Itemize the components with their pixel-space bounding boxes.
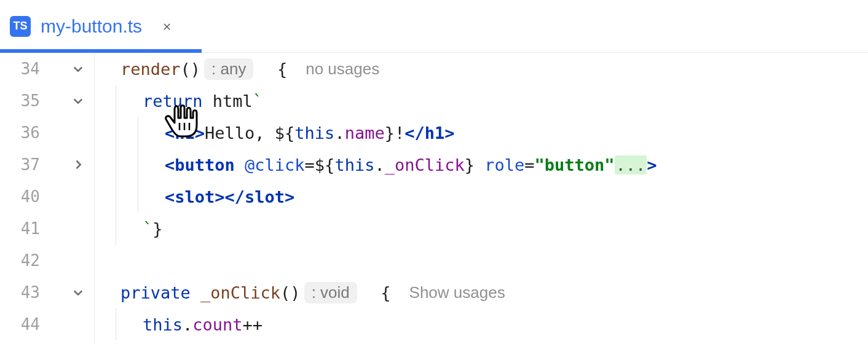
code-line[interactable]: <h1>Hello, ${this.name}!</h1> [95, 117, 868, 149]
code-line[interactable]: `} [95, 213, 868, 244]
indent-guide [138, 149, 138, 181]
keyword: this [294, 123, 334, 143]
code-token: = [524, 155, 534, 174]
line-number: 43 [15, 283, 40, 302]
line-number: 37 [15, 155, 40, 174]
close-icon[interactable]: ✕ [163, 18, 171, 34]
code-token: } [465, 155, 475, 174]
code-token: { [277, 60, 287, 79]
folded-code-icon[interactable]: ... [615, 155, 647, 174]
tab-filename: my-button.ts [41, 16, 142, 37]
file-tab[interactable]: TS my-button.ts ✕ [0, 0, 188, 52]
property: count [192, 315, 242, 334]
html-tag: <h1> [165, 123, 205, 143]
keyword: return [143, 92, 203, 111]
code-token: ++ [243, 315, 263, 334]
code-line[interactable]: return html` [95, 85, 868, 117]
line-number: 36 [15, 123, 40, 142]
indent-guide [116, 308, 116, 340]
indent-guide [116, 85, 116, 117]
chevron-down-icon[interactable] [71, 286, 85, 299]
indent-guide [116, 149, 116, 181]
code-line[interactable]: render() : any { no usages [95, 53, 868, 85]
html-attr: @click [235, 155, 305, 174]
line-number: 41 [15, 219, 40, 238]
code-token: ` [143, 219, 152, 238]
code-token: ` [253, 92, 262, 111]
return-type-hint[interactable]: : any [204, 58, 253, 80]
chevron-right-icon[interactable] [71, 158, 85, 171]
code-token: = [305, 155, 315, 174]
html-tag: </h1> [404, 123, 454, 143]
indent-guide [116, 117, 116, 149]
property: name [345, 123, 385, 143]
code-token: } [385, 123, 395, 143]
code-token: ! [395, 123, 404, 143]
html-tag: > [647, 155, 657, 174]
gutter: 34 35 36 37 40 41 [0, 53, 95, 344]
code-token: html [203, 92, 253, 111]
code-token [361, 283, 381, 302]
code-token: Hello, [205, 123, 275, 143]
code-token [257, 60, 277, 79]
typescript-icon: TS [10, 16, 31, 37]
code-token: . [183, 315, 192, 334]
property: _onClick [385, 155, 465, 174]
line-number: 34 [15, 60, 40, 78]
html-tag: <button [165, 155, 235, 174]
line-number: 44 [15, 315, 40, 334]
chevron-down-icon[interactable] [71, 95, 85, 107]
tab-bar: TS my-button.ts ✕ [0, 0, 868, 53]
keyword: private [120, 283, 191, 302]
return-type-hint[interactable]: : void [304, 282, 357, 303]
method-name: render [120, 60, 181, 79]
code-token: . [374, 155, 384, 174]
code-token: ${ [275, 123, 295, 143]
method-name: _onClick [200, 283, 280, 302]
code-area[interactable]: render() : any { no usages return html` … [95, 53, 868, 344]
code-token: { [381, 283, 390, 302]
code-token: . [334, 123, 344, 143]
keyword: this [143, 315, 183, 334]
line-number: 35 [15, 92, 40, 110]
indent-guide [138, 181, 138, 213]
code-token: () [181, 60, 201, 79]
line-number: 40 [15, 187, 40, 206]
code-token [191, 283, 200, 302]
code-line[interactable] [95, 244, 868, 276]
usages-hint[interactable]: Show usages [409, 283, 505, 302]
code-line[interactable]: <button @click=${this._onClick} role="bu… [95, 149, 868, 181]
code-line[interactable]: private _onClick() : void { Show usages [95, 276, 868, 308]
keyword: this [334, 155, 374, 174]
html-tag: <slot></slot> [165, 187, 294, 206]
string-literal: "button" [535, 155, 615, 174]
code-token: () [280, 283, 301, 302]
indent-guide [138, 117, 138, 149]
indent-guide [116, 181, 116, 213]
html-attr: role [475, 155, 524, 174]
line-number: 42 [15, 251, 40, 270]
code-token: ${ [315, 155, 335, 174]
usages-hint[interactable]: no usages [306, 60, 379, 79]
code-token: } [152, 219, 162, 238]
code-line[interactable]: this.count++ [95, 308, 868, 340]
code-line[interactable]: <slot></slot> [95, 181, 868, 213]
code-editor[interactable]: 34 35 36 37 40 41 [0, 53, 868, 344]
indent-guide [116, 213, 116, 244]
chevron-down-icon[interactable] [71, 63, 85, 75]
